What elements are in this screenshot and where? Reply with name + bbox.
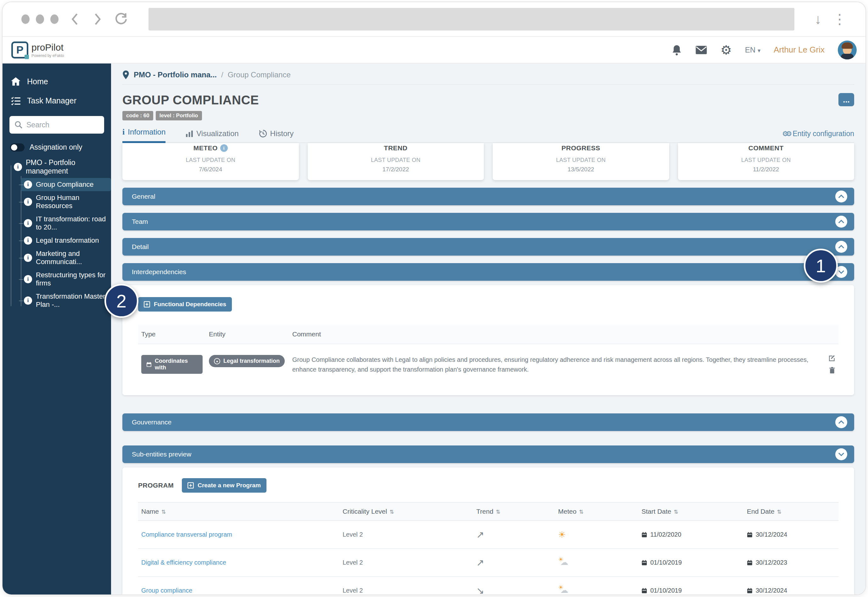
progress-card[interactable]: PROGRESS LAST UPDATE ON 13/5/2022 [493, 143, 669, 180]
column-header-end-date[interactable]: End Date⇅ [744, 502, 838, 521]
program-name-link[interactable]: Group compliance [141, 587, 192, 594]
entity-configuration-link[interactable]: ⚙⚙ Entity configuration [782, 129, 854, 143]
gears-icon: ⚙⚙ [782, 130, 789, 138]
sort-icon[interactable]: ⇅ [161, 509, 166, 515]
notifications-bell-icon[interactable] [671, 45, 682, 56]
column-header-meteo[interactable]: Meteo⇅ [555, 502, 638, 521]
criticality-level: Level 2 [339, 549, 473, 576]
forward-icon[interactable] [92, 12, 103, 26]
user-name[interactable]: Arthur Le Grix [774, 45, 825, 55]
tab-visualization[interactable]: Visualization [186, 129, 238, 143]
sort-icon[interactable]: ⇅ [496, 509, 500, 515]
column-header-criticality[interactable]: Criticality Level⇅ [339, 502, 473, 521]
entity-node-icon: i [24, 297, 32, 304]
dependency-entity-badge[interactable]: ● Legal transformation [209, 355, 285, 367]
column-header-entity[interactable]: Entity [206, 325, 289, 344]
chevron-down-icon[interactable] [835, 448, 847, 460]
browser-menu-icon[interactable]: ⋮ [833, 12, 847, 26]
section-detail[interactable]: Detail [122, 238, 854, 255]
refresh-icon[interactable] [114, 12, 128, 27]
search-input[interactable] [27, 121, 99, 129]
column-header-trend[interactable]: Trend⇅ [473, 502, 555, 521]
tree-node-it-transformation[interactable]: i IT transformation: road to 20... [21, 212, 111, 234]
entity-circle-icon: ● [214, 358, 220, 364]
program-panel: PROGRAM Create a new Program Name⇅ Criti… [122, 468, 854, 594]
breadcrumb-separator: / [221, 70, 223, 79]
delete-trash-icon[interactable] [829, 367, 835, 374]
sidebar-search[interactable] [9, 116, 104, 134]
breadcrumb-parent[interactable]: PMO - Portfolio mana... [134, 70, 217, 79]
chevron-up-icon[interactable] [835, 241, 847, 253]
column-header-type[interactable]: Type [138, 325, 206, 344]
dependency-comment: Group Compliance collaborates with Legal… [292, 355, 813, 374]
info-icon[interactable]: i [220, 144, 228, 152]
tree-node-root[interactable]: i PMO - Portfolio management [11, 156, 111, 178]
more-actions-button[interactable]: ... [838, 93, 854, 106]
calendar-icon [747, 560, 753, 566]
settings-gear-icon[interactable]: ⚙ [721, 43, 732, 57]
section-interdependencies[interactable]: Interdependencies [122, 263, 854, 281]
program-name-link[interactable]: Digital & efficiency compliance [141, 559, 226, 566]
section-gouvernance[interactable]: Gouvernance [122, 413, 854, 431]
tab-information[interactable]: i Information [122, 127, 165, 143]
download-icon[interactable]: ↓ [814, 12, 822, 26]
messages-envelope-icon[interactable] [695, 45, 707, 55]
sort-icon[interactable]: ⇅ [390, 509, 394, 515]
edit-icon[interactable] [828, 355, 835, 362]
section-general[interactable]: General [122, 188, 854, 205]
tree-node-transformation-master-plan[interactable]: i Transformation Master Plan -... [21, 290, 111, 311]
calendar-icon [747, 532, 753, 538]
program-name-link[interactable]: Compliance transversal program [141, 531, 232, 538]
chevron-up-icon[interactable] [835, 416, 847, 428]
sidebar-item-label: Home [27, 77, 48, 86]
dependency-type-badge: Coordinates with [141, 355, 202, 374]
column-header-start-date[interactable]: Start Date⇅ [638, 502, 744, 521]
avatar[interactable] [838, 40, 857, 59]
card-date: 7/6/2024 [122, 166, 299, 173]
assignation-toggle[interactable] [10, 143, 25, 151]
language-selector[interactable]: EN ▾ [745, 46, 761, 54]
tree-node-group-human-ressources[interactable]: i Group Human Ressources [21, 191, 111, 212]
window-dot[interactable] [21, 15, 30, 24]
chevron-up-icon[interactable] [835, 216, 847, 227]
meteo-partly-cloudy-icon: ☀☁ [558, 557, 569, 566]
back-icon[interactable] [70, 12, 80, 26]
window-controls[interactable] [21, 15, 58, 24]
app-logo[interactable]: P proPilot Powered by eFakto [11, 42, 64, 58]
functional-dependencies-button[interactable]: Functional Dependencies [138, 297, 232, 312]
window-dot[interactable] [50, 15, 58, 24]
calendar-icon [642, 532, 647, 538]
sidebar-item-home[interactable]: Home [3, 72, 111, 91]
address-bar[interactable] [149, 8, 794, 31]
create-program-button[interactable]: Create a new Program [182, 478, 267, 493]
column-header-name[interactable]: Name⇅ [138, 502, 339, 521]
breadcrumb-current: Group Compliance [228, 70, 291, 79]
meteo-card[interactable]: METEO i LAST UPDATE ON 7/6/2024 [122, 143, 299, 180]
tab-history[interactable]: History [259, 129, 294, 143]
window-dot[interactable] [36, 15, 44, 24]
end-date: 30/12/2024 [756, 587, 787, 594]
tree-node-group-compliance[interactable]: i Group Compliance [21, 178, 111, 191]
table-row: Group compliance Level 2 ↘ ☀☁ 01/10/2019… [138, 576, 838, 594]
program-table: Name⇅ Criticality Level⇅ Trend⇅ Meteo⇅ S… [138, 502, 838, 594]
dependencies-table: Type Entity Comment [138, 325, 838, 381]
sort-icon[interactable]: ⇅ [674, 509, 678, 515]
tree-node-marketing-communication[interactable]: i Marketing and Communicati... [21, 247, 111, 269]
column-header-comment[interactable]: Comment [289, 325, 816, 344]
tree-node-legal-transformation[interactable]: i Legal transformation [21, 234, 111, 247]
sidebar-item-task-manager[interactable]: Task Manager [3, 91, 111, 110]
section-sub-entities-preview[interactable]: Sub-entities preview [122, 446, 854, 463]
sort-icon[interactable]: ⇅ [777, 509, 782, 515]
table-row: Digital & efficiency compliance Level 2 … [138, 549, 838, 576]
entity-node-icon: i [24, 254, 32, 262]
calendar-icon [146, 362, 152, 367]
assignation-toggle-row[interactable]: Assignation only [3, 137, 111, 154]
comment-card[interactable]: COMMENT LAST UPDATE ON 11/2/2022 [678, 143, 855, 180]
sort-icon[interactable]: ⇅ [579, 509, 583, 515]
tree-node-restructuring-types[interactable]: i Restructuring types for firms [21, 269, 111, 290]
code-badge: code : 60 [122, 111, 153, 120]
section-team[interactable]: Team [122, 213, 854, 230]
trend-card[interactable]: TREND LAST UPDATE ON 17/2/2022 [308, 143, 484, 180]
tab-bar: i Information Visualization History [122, 127, 854, 143]
chevron-up-icon[interactable] [835, 190, 847, 202]
